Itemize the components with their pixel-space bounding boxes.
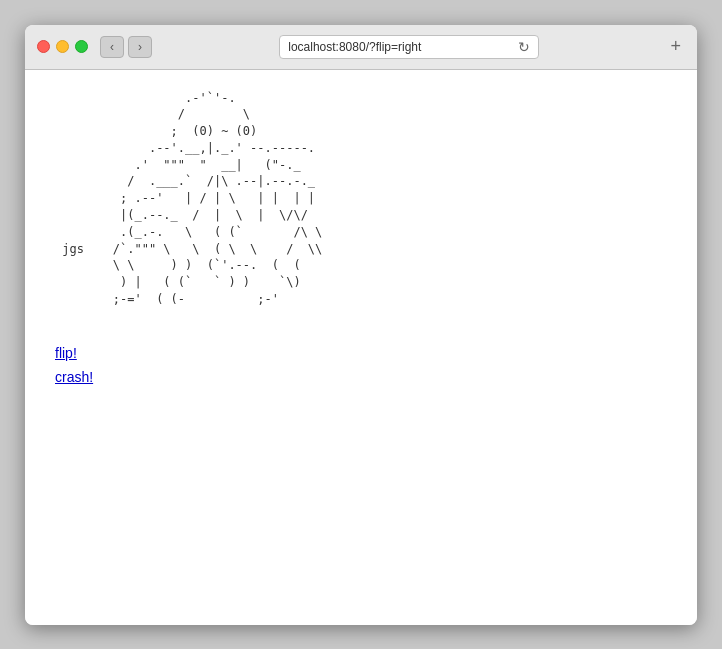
minimize-button[interactable] <box>56 40 69 53</box>
title-bar: ‹ › localhost:8080/?flip=right ↻ + <box>25 25 697 70</box>
traffic-lights <box>37 40 88 53</box>
forward-button[interactable]: › <box>128 36 152 58</box>
address-bar-container: localhost:8080/?flip=right ↻ <box>160 35 658 59</box>
browser-content: .-'`'-. / \ ; (0) ~ (0) .--'.__,|._.' --… <box>25 70 697 625</box>
nav-buttons: ‹ › <box>100 36 152 58</box>
url-display: localhost:8080/?flip=right <box>288 40 512 54</box>
crash-link[interactable]: crash! <box>55 369 667 385</box>
links-section: flip! crash! <box>55 345 667 385</box>
maximize-button[interactable] <box>75 40 88 53</box>
reload-button[interactable]: ↻ <box>518 39 530 55</box>
back-button[interactable]: ‹ <box>100 36 124 58</box>
ascii-art-display: .-'`'-. / \ ; (0) ~ (0) .--'.__,|._.' --… <box>55 90 667 325</box>
close-button[interactable] <box>37 40 50 53</box>
flip-link[interactable]: flip! <box>55 345 667 361</box>
address-bar[interactable]: localhost:8080/?flip=right ↻ <box>279 35 539 59</box>
browser-window: ‹ › localhost:8080/?flip=right ↻ + .-'`'… <box>25 25 697 625</box>
new-tab-button[interactable]: + <box>666 36 685 57</box>
